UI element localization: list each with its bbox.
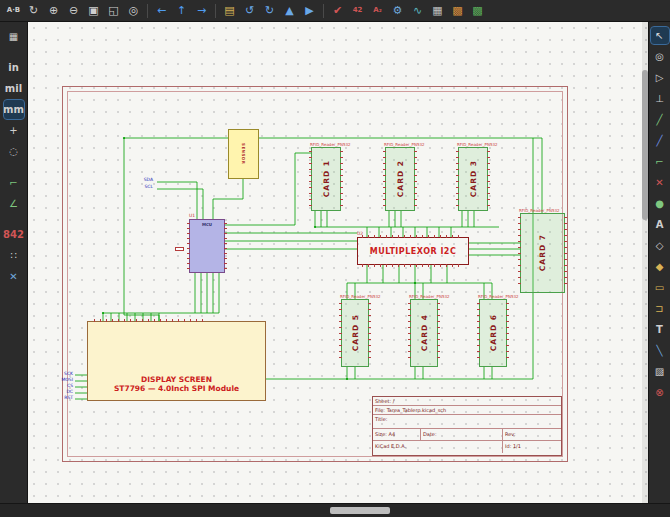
vertical-scrollbar-thumb[interactable]	[642, 70, 648, 220]
crosshair-cursor-icon[interactable]: +	[4, 121, 24, 140]
footprint-editor-icon[interactable]: ▩	[448, 2, 467, 20]
net-label-icon[interactable]: A	[651, 216, 669, 233]
net-label-cs[interactable]: CS	[53, 384, 73, 389]
place-power-port-icon[interactable]: ⊥	[651, 90, 669, 107]
bom-icon[interactable]: ▦	[428, 2, 447, 20]
mirror-vertical-icon[interactable]: ▲	[280, 2, 299, 20]
net-label-dc[interactable]: DC	[53, 390, 73, 395]
card-4-sheet[interactable]: RFID_Reader_PN532 CARD 4	[410, 299, 438, 367]
card-2-label: CARD 2	[396, 160, 405, 197]
delete-tool-icon[interactable]: ⊗	[651, 384, 669, 401]
net-label-mosi[interactable]: MOSI	[53, 378, 73, 383]
schematic-sheet: SENSOR U1 MCU RFID_Reader_PN532 CARD 1 R…	[62, 86, 568, 462]
card-1-sheet[interactable]: RFID_Reader_PN532 CARD 1	[311, 147, 341, 211]
draw-bus-icon[interactable]: ╱	[651, 132, 669, 149]
zoom-in-icon[interactable]: ⊕	[44, 2, 63, 20]
card-2-sheet[interactable]: RFID_Reader_PN532 CARD 2	[385, 147, 415, 211]
hidden-pins-icon[interactable]: ◌	[4, 142, 24, 161]
left-toolbar: ▦inmilmm+◌⌐∠842∷✕	[0, 22, 28, 503]
net-label-sck[interactable]: SCK	[53, 372, 73, 377]
sheet-pin-icon[interactable]: ⊐	[651, 300, 669, 317]
grid-style-icon[interactable]: ∷	[4, 246, 24, 265]
title-block-size-row: Size: A4 Date: Rev:	[373, 429, 561, 441]
card-3-label: CARD 3	[469, 160, 478, 197]
toolbar-separator	[215, 4, 216, 18]
rotate-cw-icon[interactable]: ↻	[260, 2, 279, 20]
microcontroller-symbol[interactable]: U1 MCU	[189, 219, 225, 273]
title-block-file: File: Tarea_Tablero.kicad_sch	[373, 406, 561, 415]
edit-symbol-fields-icon[interactable]: A₂	[368, 2, 387, 20]
hv-wire-mode-icon[interactable]: ⌐	[4, 173, 24, 192]
cross-probe-icon[interactable]: ✕	[4, 267, 24, 286]
mcu-reference: U1	[189, 213, 195, 218]
net-label-rst[interactable]: RST	[53, 396, 73, 401]
units-mils-icon[interactable]: mil	[4, 79, 24, 98]
title-block-sheet: Sheet: /	[373, 397, 561, 406]
card-4-label: CARD 4	[420, 314, 429, 351]
zoom-to-selection-icon[interactable]: ◱	[104, 2, 123, 20]
next-sheet-icon[interactable]: →	[192, 2, 211, 20]
text-tool-icon[interactable]: T	[651, 321, 669, 338]
find-replace-icon[interactable]: A·B	[4, 2, 23, 20]
place-bitmap-icon[interactable]: ▨	[651, 363, 669, 380]
multiplexor-reference: U2	[357, 231, 363, 236]
wire-to-bus-entry-icon[interactable]: ⌐	[651, 153, 669, 170]
leave-sheet-icon[interactable]: ↑	[172, 2, 191, 20]
draw-lines-icon[interactable]: ╲	[651, 342, 669, 359]
card-6-sheet[interactable]: RFID_Reader_PN532 CARD 6	[479, 299, 507, 367]
card-5-sheet[interactable]: RFID_Reader_PN532 CARD 5	[341, 299, 369, 367]
sensor-sheet-symbol[interactable]: SENSOR	[228, 129, 259, 179]
title-block-title: Title:	[373, 415, 561, 429]
units-inches-icon[interactable]: in	[4, 58, 24, 77]
junction-icon[interactable]: ●	[651, 195, 669, 212]
multiplexor-symbol[interactable]: U2 MULTIPLEXOR I2C	[357, 237, 469, 265]
grid-visibility-icon[interactable]: ▦	[4, 27, 24, 46]
title-block-rev: Rev:	[503, 429, 561, 440]
free-angle-wire-icon[interactable]: ∠	[4, 194, 24, 213]
display-symbol[interactable]: DISPLAY SCREEN ST7796 — 4.0Inch SPI Modu…	[87, 321, 266, 401]
vertical-scrollbar[interactable]	[642, 22, 648, 503]
hierarchical-label-icon[interactable]: ◆	[651, 258, 669, 275]
draw-wire-icon[interactable]: ╱	[651, 111, 669, 128]
refresh-view-icon[interactable]: ↻	[24, 2, 43, 20]
annotate-icon[interactable]: 42	[348, 2, 367, 20]
card-2-sublabel: RFID_Reader_PN532	[384, 142, 425, 147]
resistor-symbol[interactable]	[175, 247, 184, 251]
zoom-to-objects-icon[interactable]: ◎	[124, 2, 143, 20]
zoom-fit-icon[interactable]: ▣	[84, 2, 103, 20]
net-label-sda[interactable]: SDA	[133, 178, 153, 183]
kicad-schematic-editor: A·B↻⊕⊖▣◱◎←↑→▤↺↻▲▶✔42A₂⚙∿▦▩▩ ▦inmilmm+◌⌐∠…	[0, 0, 670, 517]
hierarchical-sheet-icon[interactable]: ▭	[651, 279, 669, 296]
simulator-icon[interactable]: ∿	[408, 2, 427, 20]
title-block-size: Size: A4	[373, 429, 421, 440]
card-3-sheet[interactable]: RFID_Reader_PN532 CARD 3	[458, 147, 488, 211]
erc-check-icon[interactable]: ✔	[328, 2, 347, 20]
schematic-canvas[interactable]: SENSOR U1 MCU RFID_Reader_PN532 CARD 1 R…	[28, 22, 648, 503]
global-label-icon[interactable]: ◇	[651, 237, 669, 254]
mirror-horizontal-icon[interactable]: ▶	[300, 2, 319, 20]
no-connect-icon[interactable]: ✕	[651, 174, 669, 191]
highlight-net-icon[interactable]: ◎	[651, 48, 669, 65]
assign-footprints-icon[interactable]: ⚙	[388, 2, 407, 20]
card-7-sheet[interactable]: RFID_Reader_PN532 CARD 7	[520, 213, 565, 293]
open-pcb-editor-icon[interactable]: ▩	[468, 2, 487, 20]
card-1-sublabel: RFID_Reader_PN532	[310, 142, 351, 147]
top-toolbar: A·B↻⊕⊖▣◱◎←↑→▤↺↻▲▶✔42A₂⚙∿▦▩▩	[0, 0, 670, 22]
annotation-visibility-icon[interactable]: 842	[4, 225, 24, 244]
rotate-ccw-icon[interactable]: ↺	[240, 2, 259, 20]
prev-sheet-icon[interactable]: ←	[152, 2, 171, 20]
card-5-sublabel: RFID_Reader_PN532	[340, 294, 381, 299]
hierarchy-navigator-icon[interactable]: ▤	[220, 2, 239, 20]
card-5-label: CARD 5	[351, 314, 360, 351]
place-symbol-icon[interactable]: ▷	[651, 69, 669, 86]
card-7-sublabel: RFID_Reader_PN532	[519, 208, 560, 213]
title-block-date: Date:	[421, 429, 503, 440]
horizontal-scrollbar-thumb[interactable]	[330, 507, 390, 514]
units-mm-icon[interactable]: mm	[4, 100, 24, 119]
net-label-scl[interactable]: SCL	[133, 185, 153, 190]
zoom-out-icon[interactable]: ⊖	[64, 2, 83, 20]
display-label: DISPLAY SCREEN ST7796 — 4.0Inch SPI Modu…	[88, 375, 265, 393]
select-tool-icon[interactable]: ↖	[651, 27, 669, 44]
title-block-company: KiCad E.D.A.	[373, 441, 503, 453]
card-4-sublabel: RFID_Reader_PN532	[409, 294, 450, 299]
